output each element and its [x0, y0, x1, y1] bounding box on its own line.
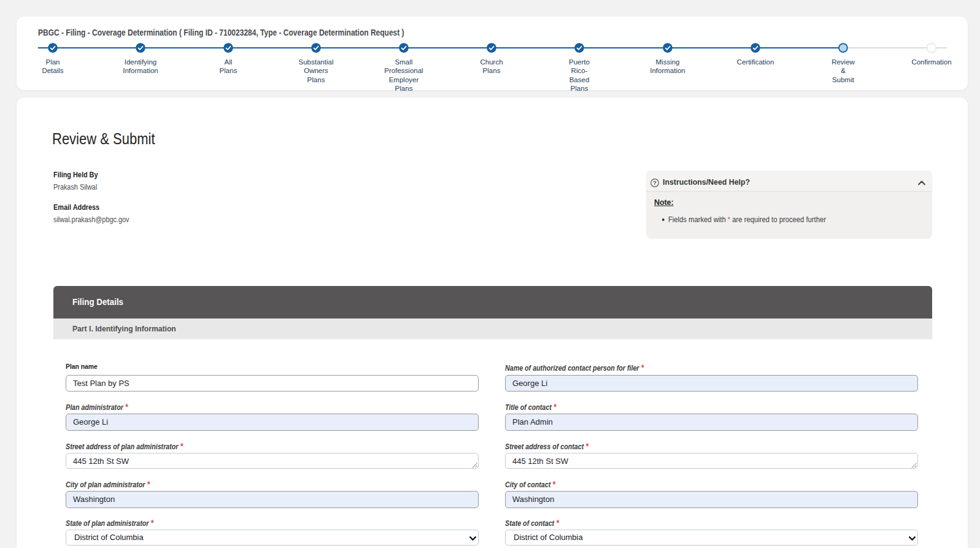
- svg-text:?: ?: [653, 179, 657, 186]
